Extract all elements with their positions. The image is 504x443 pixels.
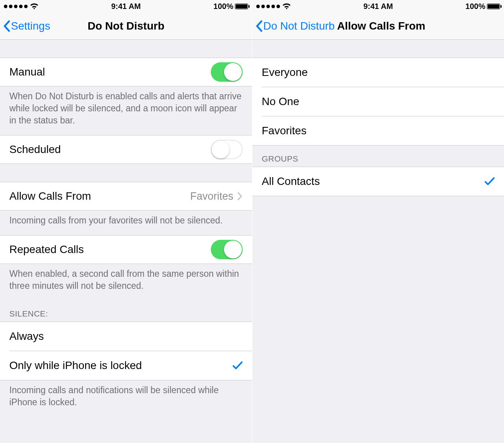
checkmark-icon [233,361,243,370]
option-everyone[interactable]: Everyone [252,58,504,87]
wifi-icon [282,3,291,9]
manual-footer: When Do Not Disturb is enabled calls and… [0,86,252,135]
battery-icon [235,4,248,9]
status-bar: 9:41 AM 100% [0,0,252,12]
battery-percent: 100% [466,2,485,11]
option-label: No One [262,95,495,108]
page-title: Do Not Disturb [88,20,164,32]
scheduled-row: Scheduled [0,135,252,164]
chevron-left-icon [3,20,10,32]
repeated-calls-row: Repeated Calls [0,235,252,264]
back-button[interactable]: Settings [0,20,50,32]
screen-allow-calls-from: 9:41 AM 100% Do Not Disturb Allow Calls … [252,0,504,443]
silence-footer: Incoming calls and notifications will be… [0,380,252,417]
chevron-left-icon [256,20,262,32]
page-title: Allow Calls From [337,20,425,32]
silence-option-label: Only while iPhone is locked [9,359,233,372]
option-favorites[interactable]: Favorites [252,116,504,145]
screen-do-not-disturb: 9:41 AM 100% Settings Do Not Disturb Man… [0,0,252,443]
scheduled-label: Scheduled [9,143,211,156]
silence-option-always[interactable]: Always [0,322,252,351]
status-time: 9:41 AM [363,2,393,11]
repeated-calls-toggle[interactable] [211,240,243,259]
option-no-one[interactable]: No One [252,87,504,116]
battery-percent: 100% [214,2,233,11]
nav-bar: Settings Do Not Disturb [0,12,252,40]
battery-icon [487,4,500,9]
status-bar: 9:41 AM 100% [252,0,504,12]
back-label: Do Not Disturb [263,20,335,32]
manual-label: Manual [9,66,211,78]
silence-option-label: Always [9,330,243,343]
allow-calls-from-label: Allow Calls From [9,190,190,202]
group-label: All Contacts [262,175,485,188]
allow-calls-from-row[interactable]: Allow Calls From Favorites [0,182,252,211]
status-time: 9:41 AM [111,2,141,11]
groups-header: GROUPS [252,146,504,167]
chevron-right-icon [237,192,243,200]
silence-option-locked[interactable]: Only while iPhone is locked [0,351,252,380]
manual-row: Manual [0,58,252,86]
allow-calls-footer: Incoming calls from your favorites will … [0,211,252,235]
checkmark-icon [485,177,495,186]
silence-header: SILENCE: [0,301,252,322]
manual-toggle[interactable] [211,62,243,82]
allow-calls-from-value: Favorites [190,190,233,202]
nav-bar: Do Not Disturb Allow Calls From [252,12,504,40]
signal-strength-icon [256,5,280,8]
back-button[interactable]: Do Not Disturb [252,20,335,32]
repeated-calls-footer: When enabled, a second call from the sam… [0,264,252,301]
group-all-contacts[interactable]: All Contacts [252,167,504,196]
scheduled-toggle[interactable] [211,140,243,159]
wifi-icon [30,3,38,9]
option-label: Everyone [262,66,495,79]
back-label: Settings [11,20,50,32]
repeated-calls-label: Repeated Calls [9,243,211,256]
signal-strength-icon [4,5,28,8]
option-label: Favorites [262,125,495,137]
